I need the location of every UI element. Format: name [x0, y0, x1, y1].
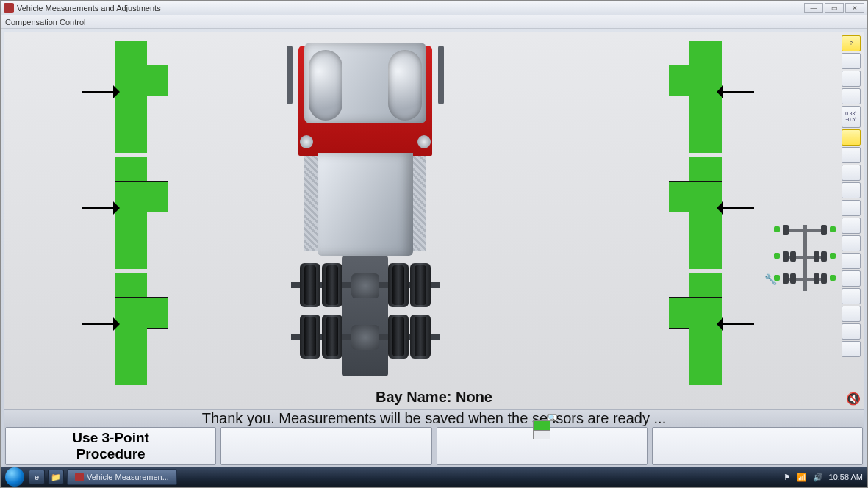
indicator-left-1: [115, 41, 168, 153]
tray-flag-icon[interactable]: ⚑: [783, 473, 791, 482]
tool-btn-10[interactable]: [842, 200, 861, 216]
title-bar: Vehicle Measurements and Adjustments — ▭…: [1, 1, 867, 15]
compensation-status-icon: 🔍: [533, 420, 550, 439]
content: ? 0.33° ±0.5°: [1, 29, 867, 467]
wheel: [388, 263, 409, 307]
taskbar-explorer-icon[interactable]: 📁: [48, 470, 64, 484]
action-button-2[interactable]: [220, 427, 431, 465]
action-button-row: Use 3-Point Procedure 🔍: [4, 427, 864, 467]
tray-clock[interactable]: 10:58 AM: [829, 473, 863, 481]
mirror-right: [417, 135, 431, 148]
minimize-button[interactable]: —: [804, 3, 823, 13]
speaker-muted-icon[interactable]: 🔇: [846, 392, 861, 406]
arrow-left-icon: [722, 323, 754, 325]
task-label: Vehicle Measuremen...: [87, 473, 169, 481]
truck-diagram: [284, 41, 447, 379]
tool-btn-18[interactable]: [842, 341, 861, 357]
maximize-button[interactable]: ▭: [825, 3, 844, 13]
menu-compensation-control[interactable]: Compensation Control: [5, 18, 85, 26]
window-title: Vehicle Measurements and Adjustments: [17, 4, 803, 12]
exhaust-stack-left: [309, 50, 342, 121]
mirror-left: [300, 135, 313, 148]
system-tray: ⚑ 📶 🔊 10:58 AM: [783, 473, 863, 482]
wheel: [322, 263, 342, 307]
tool-strip: ? 0.33° ±0.5°: [842, 35, 862, 357]
mirror-arm-left: [287, 46, 293, 104]
tool-btn-8[interactable]: [842, 165, 861, 181]
indicator-right-2: [669, 157, 722, 269]
wheel: [300, 263, 320, 307]
menu-bar: Compensation Control: [1, 15, 867, 29]
indicator-left-2: [115, 157, 168, 269]
task-app-icon: [75, 473, 84, 481]
tool-help-icon[interactable]: ?: [842, 35, 861, 51]
tool-btn-14[interactable]: [842, 270, 861, 287]
tray-network-icon[interactable]: 📶: [797, 473, 807, 482]
indicator-right-3: [669, 273, 722, 385]
wrench-icon[interactable]: 🔧: [764, 273, 777, 285]
arrow-right-icon: [82, 91, 115, 93]
use-3point-procedure-button[interactable]: Use 3-Point Procedure: [5, 427, 216, 465]
tool-btn-9[interactable]: [842, 182, 861, 198]
mirror-arm-right: [438, 46, 444, 104]
window-controls: — ▭ ✕: [803, 3, 864, 13]
tool-btn-12[interactable]: [842, 235, 861, 251]
differential-2: [351, 325, 379, 350]
tool-btn-3[interactable]: [842, 71, 861, 87]
tool-btn-17[interactable]: [842, 323, 861, 340]
wheel: [300, 315, 320, 359]
indicator-left-3: [115, 273, 168, 385]
tool-btn-4[interactable]: [842, 88, 861, 104]
taskbar: e 📁 Vehicle Measuremen... ⚑ 📶 🔊 10:58 AM: [1, 467, 867, 487]
tool-tolerance[interactable]: 0.33° ±0.5°: [842, 106, 861, 128]
tool-btn-15[interactable]: [842, 288, 861, 304]
wheel: [322, 315, 342, 359]
tool-btn-6[interactable]: [842, 129, 861, 146]
tool-btn-2[interactable]: [842, 53, 861, 69]
action-button-4[interactable]: [652, 427, 863, 465]
start-button[interactable]: [5, 467, 24, 487]
arrow-left-icon: [722, 91, 754, 93]
tool-btn-7[interactable]: [842, 147, 861, 163]
arrow-left-icon: [722, 207, 754, 209]
arrow-right-icon: [82, 207, 115, 209]
wheel: [388, 315, 409, 359]
app-window: Vehicle Measurements and Adjustments — ▭…: [0, 0, 868, 488]
chassis-thumbnail[interactable]: [781, 222, 828, 295]
truck-hood: [318, 153, 413, 256]
arrow-right-icon: [82, 323, 115, 325]
bay-name-label: Bay Name: None: [4, 389, 864, 406]
status-message: Thank you. Measurements will be saved wh…: [4, 409, 864, 427]
close-button[interactable]: ✕: [845, 3, 864, 13]
wheel: [410, 263, 431, 307]
app-icon: [4, 3, 14, 13]
tool-btn-13[interactable]: [842, 253, 861, 269]
taskbar-task-vehicle-measurements[interactable]: Vehicle Measuremen...: [67, 469, 177, 485]
magnifier-icon: 🔍: [547, 414, 557, 421]
wheel: [410, 315, 431, 359]
diagram-area: ? 0.33° ±0.5°: [4, 32, 864, 409]
differential-1: [351, 273, 379, 298]
action-button-3[interactable]: 🔍: [437, 427, 648, 465]
button-label: Use 3-Point Procedure: [72, 430, 149, 462]
indicator-column-left: [115, 41, 170, 385]
indicator-right-1: [669, 41, 722, 153]
tray-volume-icon[interactable]: 🔊: [813, 473, 823, 482]
tool-btn-11[interactable]: [842, 218, 861, 234]
indicator-column-right: [669, 41, 724, 385]
tool-btn-16[interactable]: [842, 306, 861, 322]
taskbar-ie-icon[interactable]: e: [29, 470, 45, 484]
exhaust-stack-right: [388, 50, 422, 121]
